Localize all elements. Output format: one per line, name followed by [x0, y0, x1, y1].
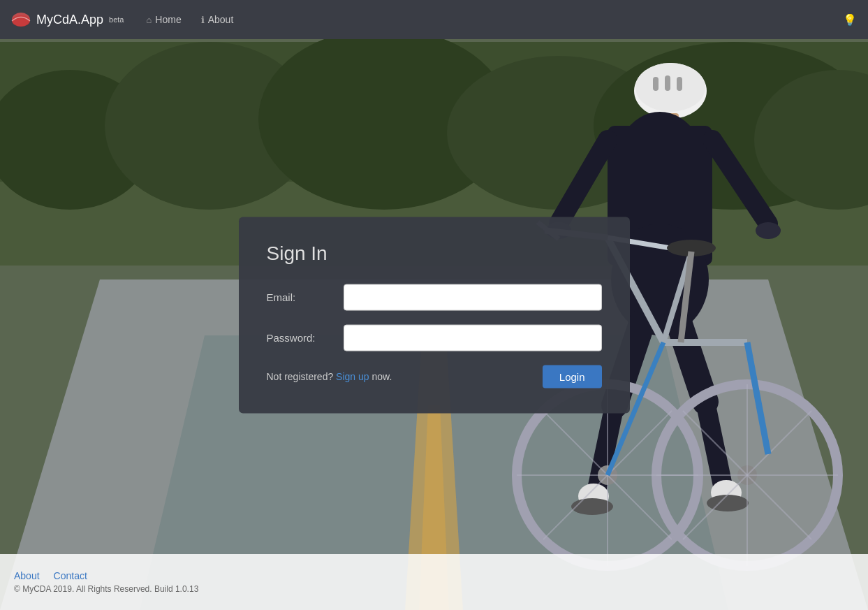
- nav-links: ⌂ Home ℹ About: [138, 8, 242, 31]
- password-row: Password:: [267, 324, 602, 351]
- signin-title: Sign In: [267, 242, 602, 264]
- not-registered-text: Not registered? Sign up now.: [267, 371, 392, 382]
- footer-links: About Contact: [14, 570, 854, 581]
- info-icon: ℹ: [201, 15, 205, 25]
- footer-contact-link[interactable]: Contact: [54, 570, 87, 581]
- svg-rect-15: [653, 77, 659, 91]
- brand-logo-icon: [11, 12, 31, 27]
- home-icon: ⌂: [146, 15, 152, 25]
- navbar-right: 💡: [843, 13, 857, 27]
- navbar: MyCdA.App beta ⌂ Home ℹ About 💡: [0, 0, 868, 39]
- signup-link[interactable]: Sign up: [336, 371, 369, 382]
- nav-about-label: About: [208, 14, 234, 25]
- nav-about-link[interactable]: ℹ About: [193, 8, 242, 31]
- password-label: Password:: [267, 332, 344, 344]
- nav-home-link[interactable]: ⌂ Home: [138, 8, 189, 31]
- beta-label: beta: [109, 15, 124, 24]
- nav-home-label: Home: [155, 14, 181, 25]
- page-footer: About Contact © MyCDA 2019. All Rights R…: [0, 554, 868, 610]
- form-footer: Not registered? Sign up now. Login: [267, 365, 602, 388]
- footer-about-link[interactable]: About: [14, 570, 40, 581]
- email-label: Email:: [267, 291, 344, 303]
- email-row: Email:: [267, 284, 602, 310]
- svg-rect-17: [677, 77, 682, 91]
- lightbulb-icon: 💡: [843, 13, 857, 27]
- brand-name: MyCdA.App: [36, 13, 103, 27]
- password-input[interactable]: [344, 324, 602, 351]
- login-button[interactable]: Login: [543, 365, 602, 388]
- email-input[interactable]: [344, 284, 602, 310]
- svg-rect-16: [665, 75, 670, 91]
- footer-copyright: © MyCDA 2019. All Rights Reserved. Build…: [14, 584, 854, 594]
- signin-card: Sign In Email: Password: Not registered?…: [239, 217, 630, 413]
- svg-point-24: [756, 222, 781, 239]
- brand-link[interactable]: MyCdA.App beta: [11, 12, 124, 27]
